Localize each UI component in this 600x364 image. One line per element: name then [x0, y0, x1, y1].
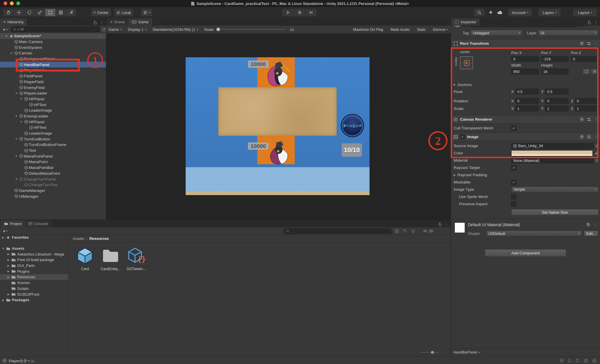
image-enabled-checkbox[interactable]: ✓: [460, 134, 465, 139]
hierarchy-row-eventsystem[interactable]: EventSystem: [0, 44, 106, 50]
help-icon[interactable]: ?: [586, 222, 590, 227]
icon-size-slider-knob[interactable]: [431, 351, 434, 354]
layout-dropdown[interactable]: Layout▾: [573, 8, 597, 17]
transform-tool-button[interactable]: [55, 8, 66, 17]
project-tree-row-assets[interactable]: ▼Assets: [0, 246, 68, 251]
scale-z-field[interactable]: 1: [575, 106, 599, 111]
hidden-packages-eye-icon[interactable]: [423, 229, 427, 233]
hand-tool-button[interactable]: [3, 8, 13, 17]
project-tree-row-free-ui-build-package[interactable]: ▶Free UI build package: [0, 257, 68, 263]
progress-activity-icon[interactable]: [488, 10, 493, 15]
eyedropper-icon[interactable]: [594, 151, 599, 155]
lock-icon[interactable]: [94, 21, 97, 24]
rotation-y-field[interactable]: 0: [545, 98, 569, 104]
hierarchy-row-leaderimage[interactable]: LeaderImage: [0, 108, 106, 113]
status-check-icon[interactable]: [592, 358, 597, 363]
pos-y-field[interactable]: -378: [541, 56, 569, 62]
pivot-y-field[interactable]: 0.5: [545, 89, 569, 94]
hierarchy-row-defaultmanapoint[interactable]: DefaultManaPoint: [0, 171, 106, 176]
asset-item-cardentity-[interactable]: CardEntity...: [98, 247, 123, 271]
maskable-checkbox[interactable]: ✓: [511, 180, 516, 185]
hierarchy-menu-icon[interactable]: ⋮: [100, 21, 104, 24]
preserve-aspect-checkbox[interactable]: [511, 201, 516, 207]
hierarchy-row-playerfield[interactable]: PlayerField: [0, 79, 106, 85]
turn-end-button[interactable]: ターンエンド: [342, 115, 363, 136]
detach-window-icon[interactable]: [102, 28, 106, 31]
hierarchy-row-hppanel[interactable]: ▼HPPanel: [0, 119, 106, 125]
hierarchy-row-gamemanager[interactable]: GameManager: [0, 188, 106, 194]
material-swatch[interactable]: [455, 222, 465, 233]
material-menu-icon[interactable]: ⋮: [593, 223, 597, 226]
rotate-tool-button[interactable]: [24, 8, 34, 17]
display-dropdown[interactable]: Display 1▾: [125, 26, 148, 33]
status-bell-icon[interactable]: [568, 358, 571, 363]
project-tree-row-packages[interactable]: ▶Packages: [0, 297, 68, 303]
rect-transform-header[interactable]: Rect Transform ? ⋮: [451, 39, 600, 48]
shader-dropdown[interactable]: UI/Default▾: [486, 231, 582, 236]
cloud-collab-icon[interactable]: [497, 10, 503, 15]
save-search-icon[interactable]: [411, 229, 415, 233]
scene-menu-icon[interactable]: ⋮: [99, 34, 102, 38]
project-tree-row-scenes[interactable]: Scenes: [0, 280, 68, 286]
hierarchy-row-manapointpanel[interactable]: ▼ManaPointPanel: [0, 153, 106, 159]
presets-icon[interactable]: [587, 118, 591, 121]
hierarchy-row-hppanel[interactable]: ▼HPPanel: [0, 96, 106, 102]
status-refresh-icon[interactable]: [576, 358, 580, 363]
tag-dropdown[interactable]: Untagged▾: [471, 30, 522, 36]
tab-hierarchy[interactable]: ≡ Hierarchy: [0, 18, 27, 26]
hierarchy-row-backgroundpanel[interactable]: BackgroundPanel: [0, 56, 106, 62]
account-dropdown[interactable]: Account▾: [508, 8, 532, 17]
lock-icon[interactable]: [588, 21, 591, 24]
rotation-x-field[interactable]: 0: [515, 98, 539, 104]
hierarchy-row-hptext[interactable]: HPText: [0, 102, 106, 108]
asset-bundle-bar[interactable]: HandBarPanel ▾: [451, 348, 600, 356]
tab-inspector[interactable]: i Inspector: [451, 18, 480, 26]
hierarchy-row-enemyfield[interactable]: EnemyField: [0, 85, 106, 90]
blueprint-mode-button[interactable]: [583, 69, 590, 74]
hierarchy-search-input[interactable]: ▾ All: [11, 26, 100, 32]
rotation-z-field[interactable]: 0: [575, 98, 599, 104]
grid-snapping-button[interactable]: ▾: [141, 8, 152, 17]
color-swatch[interactable]: [511, 150, 593, 156]
help-icon[interactable]: ?: [580, 41, 584, 46]
mute-audio-toggle[interactable]: Mute Audio: [388, 26, 413, 33]
inspector-menu-icon[interactable]: ⋮: [594, 21, 598, 24]
scale-tool-button[interactable]: [34, 8, 45, 17]
hierarchy-row-hptext[interactable]: HPText: [0, 125, 106, 131]
project-tree-row-su3djpfont[interactable]: ▶SU3DJPFont: [0, 291, 68, 297]
search-by-label-icon[interactable]: [403, 229, 407, 233]
breadcrumb-root[interactable]: Assets: [73, 236, 84, 241]
hierarchy-row-handbarpanel[interactable]: HandBarPanel: [0, 62, 106, 67]
add-component-button[interactable]: Add Component: [485, 249, 566, 257]
project-search-input[interactable]: [284, 228, 391, 234]
height-field[interactable]: 16: [541, 69, 569, 74]
hierarchy-row-playerhand[interactable]: PlayerHand: [0, 67, 106, 73]
component-menu-icon[interactable]: ⋮: [594, 42, 598, 45]
asset-item-dotween-[interactable]: {}DOTween...: [123, 247, 149, 271]
raw-edit-mode-button[interactable]: R: [591, 69, 599, 74]
hierarchy-row-text[interactable]: Text: [0, 148, 106, 154]
status-progress-icon[interactable]: [584, 358, 588, 363]
handle-rotation-button[interactable]: Local: [114, 8, 133, 17]
asset-item-card[interactable]: Card: [72, 247, 98, 271]
component-menu-icon[interactable]: ⋮: [594, 117, 598, 121]
pause-button[interactable]: [294, 8, 305, 17]
image-type-dropdown[interactable]: Simple▾: [511, 187, 599, 192]
raycast-padding-foldout-icon[interactable]: ▶: [454, 174, 457, 176]
resolution-dropdown[interactable]: Standalone(1024x768) (1▾: [150, 26, 200, 33]
pos-z-field[interactable]: 0: [571, 56, 599, 62]
project-add-button[interactable]: +: [3, 229, 6, 233]
scale-slider[interactable]: [216, 26, 286, 33]
hierarchy-row-changeturntext[interactable]: ChangeTurnText: [0, 182, 106, 188]
use-sprite-mesh-checkbox[interactable]: [511, 194, 516, 199]
project-tree-row-resources[interactable]: ▶Resources: [0, 274, 68, 280]
hierarchy-row-manapoint[interactable]: ManaPoint: [0, 159, 106, 165]
hierarchy-row-leaderimage[interactable]: LeaderImage: [0, 131, 106, 136]
anchors-foldout-icon[interactable]: ▶: [454, 83, 457, 86]
scale-x-field[interactable]: 1: [515, 106, 539, 111]
hierarchy-row-canvas[interactable]: ▼Canvas: [0, 50, 106, 56]
gizmos-dropdown[interactable]: Gizmos ▾: [430, 26, 451, 33]
status-layers-icon[interactable]: [560, 358, 564, 363]
search-everything-button[interactable]: [474, 8, 485, 17]
pivot-x-field[interactable]: 0.5: [515, 89, 539, 94]
